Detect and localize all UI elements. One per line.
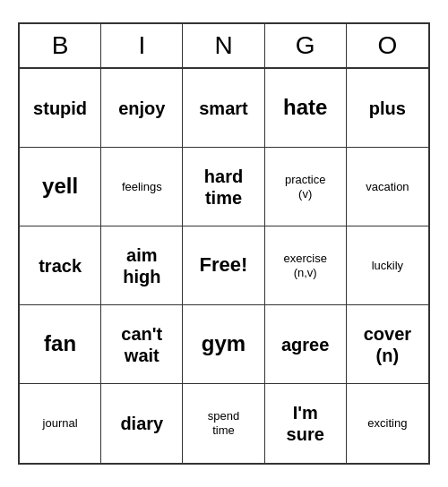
bingo-cell-12: Free! [183, 226, 264, 305]
header-letter-g: G [265, 24, 347, 67]
bingo-cell-14: luckily [347, 226, 428, 305]
header-letter-o: O [347, 24, 428, 67]
header-letter-i: I [101, 24, 183, 67]
cell-text-23: I'm sure [287, 402, 324, 445]
bingo-cell-9: vacation [347, 148, 428, 226]
cell-text-14: luckily [372, 259, 403, 273]
cell-text-6: feelings [122, 180, 162, 194]
bingo-cell-21: diary [101, 384, 183, 463]
bingo-cell-10: track [20, 226, 101, 305]
bingo-cell-24: exciting [347, 384, 428, 463]
cell-text-4: plus [369, 98, 406, 119]
bingo-cell-7: hard time [183, 148, 264, 226]
bingo-cell-23: I'm sure [265, 384, 347, 463]
cell-text-10: track [39, 255, 82, 277]
cell-text-2: smart [199, 98, 247, 119]
cell-text-16: can't wait [121, 323, 162, 366]
bingo-cell-8: practice (v) [265, 148, 347, 226]
cell-text-3: hate [283, 95, 327, 121]
bingo-cell-20: journal [20, 384, 101, 463]
cell-text-13: exercise (n,v) [283, 252, 326, 279]
cell-text-15: fan [44, 331, 76, 357]
cell-text-19: cover (n) [364, 323, 411, 366]
bingo-cell-17: gym [183, 305, 264, 384]
bingo-cell-0: stupid [20, 69, 101, 148]
bingo-cell-13: exercise (n,v) [265, 226, 347, 305]
bingo-grid: stupidenjoysmarthateplusyellfeelingshard… [20, 69, 428, 463]
cell-text-7: hard time [204, 166, 243, 209]
cell-text-21: diary [120, 413, 163, 434]
bingo-cell-15: fan [20, 305, 101, 384]
cell-text-12: Free! [200, 253, 248, 277]
bingo-cell-6: feelings [101, 148, 183, 226]
bingo-cell-1: enjoy [101, 69, 183, 148]
bingo-cell-11: aim high [101, 226, 183, 305]
cell-text-0: stupid [33, 98, 87, 119]
bingo-header: BINGO [20, 24, 428, 69]
bingo-cell-5: yell [20, 148, 101, 226]
bingo-cell-19: cover (n) [347, 305, 428, 384]
header-letter-b: B [20, 24, 101, 67]
cell-text-5: yell [42, 174, 78, 200]
cell-text-22: spend time [208, 409, 239, 437]
cell-text-18: agree [281, 334, 329, 355]
bingo-cell-4: plus [347, 69, 428, 148]
bingo-cell-18: agree [265, 305, 347, 384]
bingo-card: BINGO stupidenjoysmarthateplusyellfeelin… [18, 22, 430, 465]
cell-text-24: exciting [367, 416, 407, 431]
bingo-cell-3: hate [265, 69, 347, 148]
bingo-cell-16: can't wait [101, 305, 183, 384]
bingo-cell-22: spend time [183, 384, 264, 463]
cell-text-8: practice (v) [285, 173, 326, 201]
cell-text-11: aim high [123, 244, 160, 287]
cell-text-20: journal [43, 416, 78, 431]
header-letter-n: N [183, 24, 264, 67]
cell-text-9: vacation [366, 180, 409, 194]
cell-text-1: enjoy [118, 98, 165, 119]
cell-text-17: gym [202, 331, 246, 357]
bingo-cell-2: smart [183, 69, 264, 148]
